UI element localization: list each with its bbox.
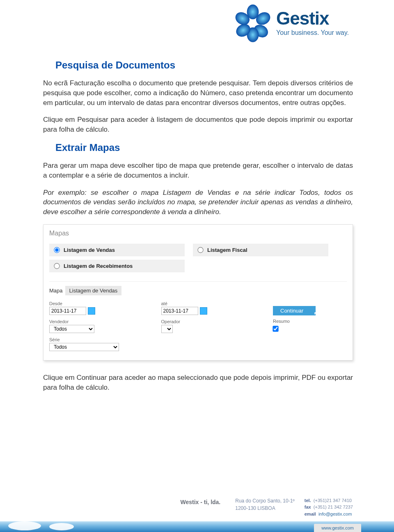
brand-tagline: Your business. Your way.: [276, 29, 349, 37]
addr-line: Rua do Corpo Santo, 10-1º: [235, 497, 294, 505]
label-vendedor: Vendedor: [49, 319, 161, 324]
footer: Westix - ti, lda. Rua do Corpo Santo, 10…: [0, 497, 394, 518]
radio-listagem-vendas[interactable]: Listagem de Vendas: [49, 244, 185, 256]
brand-name: Gestix: [276, 9, 349, 27]
tel-label: tel.: [305, 498, 311, 503]
calendar-icon[interactable]: [88, 307, 95, 315]
calendar-icon[interactable]: [200, 307, 207, 315]
email-label: email: [305, 511, 316, 516]
mapas-title: Mapas: [49, 230, 347, 237]
fax-value: (+351) 21 342 7237: [314, 505, 353, 509]
button-label: Continuar: [280, 308, 303, 314]
label-serie: Série: [49, 337, 161, 342]
radio-listagem-fiscal[interactable]: Listagem Fiscal: [193, 244, 328, 256]
tel-value: (+351)21 347 7410: [314, 498, 352, 503]
vendedor-select[interactable]: Todos: [49, 325, 94, 333]
operador-select[interactable]: [161, 325, 173, 333]
heading-pesquisa: Pesquisa de Documentos: [55, 59, 353, 71]
site-link[interactable]: www.gestix.com: [314, 524, 361, 532]
selected-map-value: Listagem de Vendas: [65, 286, 122, 295]
radio-label: Listagem de Recebimentos: [64, 263, 133, 269]
cursor-icon: ↖: [314, 310, 319, 318]
radio-label: Listagem de Vendas: [64, 247, 115, 253]
radio-listagem-recebimentos[interactable]: Listagem de Recebimentos: [49, 260, 185, 272]
continuar-button[interactable]: Continuar ↖: [273, 306, 316, 315]
cloud-icon: [8, 521, 41, 530]
date-from-input[interactable]: [49, 307, 86, 315]
mapas-panel: Mapas Listagem de Vendas Listagem Fiscal…: [43, 224, 353, 361]
selected-map-label: Mapa: [49, 288, 63, 294]
paragraph-outro: Clique em Continuar para aceder ao mapa …: [43, 373, 353, 393]
brand-header: Gestix Your business. Your way.: [234, 2, 349, 43]
resumo-checkbox[interactable]: [273, 326, 278, 331]
date-to-input[interactable]: [161, 307, 198, 315]
label-ate: até: [161, 301, 273, 306]
paragraph: Clique em Pesquisar para aceder à listag…: [43, 115, 353, 135]
label-operador: Operador: [161, 319, 273, 324]
radio-input[interactable]: [54, 247, 60, 253]
label-resumo: Resumo: [273, 319, 347, 324]
footer-address: Rua do Corpo Santo, 10-1º 1200-130 LISBO…: [235, 497, 294, 512]
addr-line: 1200-130 LISBOA: [235, 505, 294, 512]
paragraph: Para gerar um mapa deve escolher tipo de…: [43, 161, 353, 180]
radio-input[interactable]: [197, 247, 203, 253]
paragraph-example: Por exemplo: se escolher o mapa Listagem…: [43, 188, 353, 217]
heading-extrair: Extrair Mapas: [55, 142, 353, 153]
radio-input[interactable]: [54, 263, 60, 269]
email-value: info@gestix.com: [318, 511, 352, 516]
serie-select[interactable]: Todos: [49, 343, 119, 351]
paragraph: No ecrã Facturação escolha o documento q…: [43, 78, 353, 107]
cloud-icon: [49, 523, 74, 530]
footer-contacts: tel.(+351)21 347 7410 fax(+351) 21 342 7…: [305, 497, 353, 518]
radio-label: Listagem Fiscal: [207, 247, 247, 253]
label-desde: Desde: [49, 301, 161, 306]
footer-company: Westix - ti, lda.: [181, 497, 221, 505]
fax-label: fax: [305, 505, 311, 509]
logo-flower-icon: [234, 2, 271, 43]
